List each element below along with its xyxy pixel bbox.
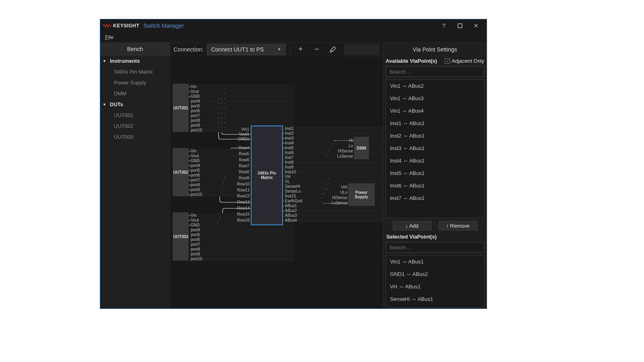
sidebar-item[interactable]: 3493x Pin Matrix (100, 66, 170, 77)
port-label: LoSense (330, 201, 347, 205)
menu-file[interactable]: File (103, 33, 116, 41)
close-button[interactable]: ✕ (468, 20, 484, 32)
edit-connection-button[interactable] (326, 44, 339, 55)
list-item[interactable]: Vin1 ↔ ABus1 (386, 255, 484, 268)
selected-search-input[interactable] (386, 242, 484, 253)
node-label: Power Supply (348, 190, 375, 199)
available-header-row: Available ViaPoint(s) ✓ Adjacent Only (383, 56, 487, 65)
connection-value: Connect UUT1 to PS (211, 46, 264, 53)
list-item[interactable]: Inst5 ↔ ABus1 (386, 167, 484, 179)
port-label: Row6 (237, 158, 249, 162)
checkbox-icon: ✓ (445, 58, 450, 64)
port-label: Inst2 (285, 131, 383, 136)
port-label: GND (190, 94, 294, 99)
connection-dropdown[interactable]: Connect UUT1 to PS ▼ (207, 44, 286, 55)
toolbar-fill (344, 44, 380, 55)
port-label: Row11 (237, 188, 249, 192)
sidebar-item[interactable]: UUT001 (100, 110, 170, 121)
port-label: Vout (190, 89, 294, 94)
window-controls: ? ✕ (436, 20, 484, 32)
node-label: UUT002 (173, 170, 188, 175)
uut-node[interactable]: UUT001 (173, 84, 189, 132)
port-label: Row13 (237, 200, 249, 204)
port-label: port6 (190, 109, 294, 113)
chevron-down-icon: ▾ (103, 59, 108, 63)
topology-canvas[interactable]: UUT001VinVoutGNDport4port5port6port7port… (170, 56, 383, 309)
maximize-button[interactable] (452, 20, 468, 32)
connection-label: Connection: (173, 46, 204, 53)
remove-viapoint-button[interactable]: ↑ Remove (439, 221, 477, 230)
list-item[interactable]: Inst3 ↔ ABus1 (386, 142, 484, 154)
dmm-node[interactable]: DMM (354, 137, 369, 159)
port-label: HiSense (336, 149, 353, 153)
node-label: UUT001 (173, 106, 188, 110)
sidebar-item[interactable]: UUT003 (100, 132, 170, 142)
port-label: VHi (330, 185, 347, 189)
port-label: port7 (190, 242, 294, 247)
port-label: Row12 (237, 194, 249, 198)
sidebar-item[interactable]: UUT002 (100, 121, 170, 132)
sidebar-item[interactable]: Power Supply (100, 77, 170, 88)
port-label: Hi (336, 138, 353, 143)
list-item[interactable]: Inst2 ↔ ABus1 (386, 130, 484, 142)
list-item[interactable]: SenseHi ↔ ABus1 (386, 293, 484, 305)
brand-text: KEYSIGHT (113, 23, 139, 29)
chevron-down-icon: ▼ (277, 47, 281, 51)
sidebar-section[interactable]: ▾DUTs (100, 99, 170, 110)
viapoint-panel-title: Via Point Settings (383, 43, 487, 56)
list-item[interactable]: Vin1 ↔ ABus2 (386, 80, 484, 92)
list-item[interactable]: VH ↔ ABus1 (386, 280, 484, 293)
toolbar-separator (290, 44, 290, 55)
port-label: HiSense (330, 195, 347, 200)
port-label: Inst8 (285, 160, 383, 165)
add-connection-button[interactable]: + (294, 44, 307, 55)
sidebar-tree: ▾Instruments3493x Pin MatrixPower Supply… (100, 56, 170, 142)
node-label: DMM (357, 146, 366, 150)
sidebar-section[interactable]: ▾Instruments (100, 56, 170, 66)
app-title: Switch Manager (143, 23, 184, 29)
port-label: Row4 (237, 146, 249, 150)
port-label: Inst9 (285, 165, 383, 169)
list-item[interactable]: GND1 ↔ ABus2 (386, 268, 484, 280)
available-label: Available ViaPoint(s) (386, 58, 437, 64)
list-item[interactable]: Vin1 ↔ ABus3 (386, 92, 484, 105)
list-item[interactable]: Inst4 ↔ ABus1 (386, 154, 484, 167)
port-label: GND1 (237, 137, 249, 141)
port-label: port8 (190, 247, 294, 251)
maximize-icon (458, 23, 462, 28)
available-viapoints-list[interactable]: Vin1 ↔ ABus2Vin1 ↔ ABus3Vin1 ↔ ABus4Inst… (386, 79, 484, 218)
sidebar-item[interactable]: DMM (100, 88, 170, 99)
viapoint-panel: Via Point Settings Available ViaPoint(s)… (383, 43, 487, 309)
port-label: Inst10 (285, 170, 383, 174)
node-label: UUT003 (173, 234, 188, 239)
port-label: Lo (336, 144, 353, 148)
pin-matrix-node[interactable]: 3493x Pin Matrix (251, 125, 283, 225)
uut-node[interactable]: UUT002 (173, 148, 189, 196)
uut-node[interactable]: UUT003 (173, 212, 189, 261)
port-label: Row7 (237, 164, 249, 168)
list-item[interactable]: Inst6 ↔ ABus1 (386, 179, 484, 192)
port-label: ABus2 (285, 208, 383, 213)
connection-toolbar: Connection: Connect UUT1 to PS ▼ + − (170, 43, 383, 56)
list-item[interactable]: Inst1 ↔ ABus1 (386, 117, 484, 130)
remove-connection-button[interactable]: − (310, 44, 323, 55)
port-label: Row15 (237, 212, 249, 216)
list-item[interactable]: Inst7 ↔ ABus1 (386, 192, 484, 204)
add-viapoint-button[interactable]: ↓ Add (393, 221, 431, 230)
port-label: port7 (190, 113, 294, 118)
list-item[interactable]: Vin1 ↔ ABus4 (386, 105, 484, 117)
help-button[interactable]: ? (436, 20, 452, 32)
port-label: Vin (190, 84, 294, 89)
port-label: Vout1 (237, 132, 249, 136)
sidebar: Bench ▾Instruments3493x Pin MatrixPower … (100, 43, 170, 309)
port-label: VH (285, 175, 383, 179)
port-label: Row9 (237, 176, 249, 180)
available-search-input[interactable] (386, 66, 484, 77)
port-label: Row16 (237, 218, 249, 222)
center-panel: Connection: Connect UUT1 to PS ▼ + − UUT… (170, 43, 383, 309)
selected-viapoints-list[interactable]: Vin1 ↔ ABus1GND1 ↔ ABus2VH ↔ ABus1SenseH… (386, 255, 484, 308)
port-label: VLo (330, 190, 347, 195)
adjacent-only-toggle[interactable]: ✓ Adjacent Only (445, 58, 484, 64)
power-supply-node[interactable]: Power Supply (348, 183, 375, 206)
port-label: port10 (190, 257, 294, 261)
